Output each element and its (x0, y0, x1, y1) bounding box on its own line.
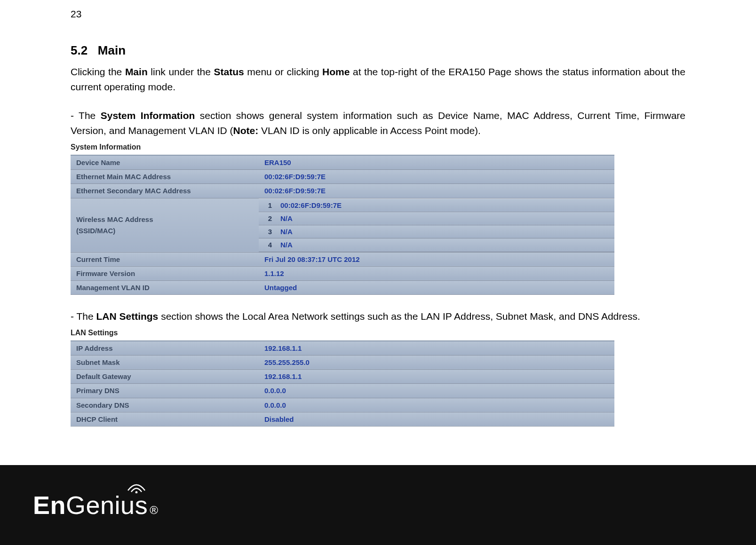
table-row: Secondary DNS 0.0.0.0 (71, 398, 614, 412)
row-label: DHCP Client (71, 412, 259, 426)
table-row: IP Address 192.168.1.1 (71, 341, 614, 355)
text-fragment: section shows the Local Area Network set… (158, 311, 640, 322)
document-content: 23 5.2 Main Clicking the Main link under… (0, 0, 756, 427)
row-value: 1.1.12 (259, 266, 614, 280)
row-value: 255.255.255.0 (259, 355, 614, 369)
row-label: Default Gateway (71, 370, 259, 384)
lan-settings-table: IP Address 192.168.1.1 Subnet Mask 255.2… (71, 340, 614, 427)
section-title-text: Main (98, 43, 126, 57)
ssid-index: 1 (259, 198, 278, 212)
table-row: Management VLAN ID Untagged (71, 281, 614, 295)
ssid-index: 2 (259, 212, 278, 225)
brand-text: EnGenius (33, 490, 148, 520)
text-fragment: Clicking the (71, 66, 125, 77)
page-number: 23 (71, 7, 685, 22)
text-fragment: menu or clicking (244, 66, 322, 77)
list-item: 1 00:02:6F:D9:59:7E (259, 198, 614, 212)
row-label: Device Name (71, 155, 259, 170)
row-value: Disabled (259, 412, 614, 426)
document-page: 23 5.2 Main Clicking the Main link under… (0, 0, 756, 545)
emphasis-main: Main (125, 66, 148, 77)
row-value: 192.168.1.1 (259, 341, 614, 355)
text-fragment: VLAN ID is only applicable in Access Poi… (258, 125, 481, 136)
table-row: Ethernet Secondary MAC Address 00:02:6F:… (71, 184, 614, 198)
ssid-index: 3 (259, 225, 278, 238)
table-row: Wireless MAC Address (SSID/MAC) 1 00:02:… (71, 198, 614, 252)
row-value: 00:02:6F:D9:59:7E (259, 184, 614, 198)
list-item: 4 N/A (259, 238, 614, 252)
ssid-index: 4 (259, 238, 278, 252)
system-info-paragraph: - The System Information section shows g… (71, 108, 685, 139)
row-label: Current Time (71, 252, 259, 266)
list-item: 2 N/A (259, 212, 614, 225)
row-value: Untagged (259, 281, 614, 295)
row-value: Fri Jul 20 08:37:17 UTC 2012 (259, 252, 614, 266)
row-label: Ethernet Secondary MAC Address (71, 184, 259, 198)
registered-mark: ® (150, 504, 158, 517)
emphasis-system-information: System Information (101, 110, 195, 121)
row-label: Primary DNS (71, 384, 259, 398)
page-footer: EnGenius ® (0, 465, 756, 545)
row-value: ERA150 (259, 155, 614, 170)
text-fragment: (SSID/MAC) (76, 227, 115, 235)
row-label: Secondary DNS (71, 398, 259, 412)
row-label: Ethernet Main MAC Address (71, 170, 259, 184)
table-row: Current Time Fri Jul 20 08:37:17 UTC 201… (71, 252, 614, 266)
table-row: Device Name ERA150 (71, 155, 614, 170)
text-fragment: Wireless MAC Address (76, 215, 153, 223)
lan-settings-caption: LAN Settings (71, 327, 685, 339)
list-item: 3 N/A (259, 225, 614, 238)
row-label: IP Address (71, 341, 259, 355)
emphasis-note: Note: (233, 125, 259, 136)
row-label: Subnet Mask (71, 355, 259, 369)
row-value: 192.168.1.1 (259, 370, 614, 384)
brand-logo: EnGenius ® (33, 490, 158, 520)
table-row: Default Gateway 192.168.1.1 (71, 370, 614, 384)
ssid-mac: 00:02:6F:D9:59:7E (278, 198, 614, 212)
row-value: 1 00:02:6F:D9:59:7E 2 N/A 3 N/A 4 (259, 198, 614, 252)
table-row: Firmware Version 1.1.12 (71, 266, 614, 280)
system-info-table: Device Name ERA150 Ethernet Main MAC Add… (71, 155, 614, 295)
table-row: Primary DNS 0.0.0.0 (71, 384, 614, 398)
row-label: Firmware Version (71, 266, 259, 280)
system-info-caption: System Information (71, 142, 685, 153)
row-value: 00:02:6F:D9:59:7E (259, 170, 614, 184)
emphasis-status: Status (214, 66, 244, 77)
text-fragment: - The (71, 110, 101, 121)
ssid-mac: N/A (278, 225, 614, 238)
emphasis-home: Home (322, 66, 350, 77)
ssid-mac: N/A (278, 238, 614, 252)
row-label: Wireless MAC Address (SSID/MAC) (71, 198, 259, 252)
ssid-mac: N/A (278, 212, 614, 225)
emphasis-lan-settings: LAN Settings (96, 311, 158, 322)
row-value: 0.0.0.0 (259, 384, 614, 398)
table-row: DHCP Client Disabled (71, 412, 614, 426)
row-value: 0.0.0.0 (259, 398, 614, 412)
wireless-mac-list: 1 00:02:6F:D9:59:7E 2 N/A 3 N/A 4 (259, 198, 614, 252)
text-fragment: - The (71, 311, 96, 322)
table-row: Ethernet Main MAC Address 00:02:6F:D9:59… (71, 170, 614, 184)
intro-paragraph: Clicking the Main link under the Status … (71, 64, 685, 95)
lan-settings-paragraph: - The LAN Settings section shows the Loc… (71, 309, 685, 324)
text-fragment: link under the (148, 66, 214, 77)
table-row: Subnet Mask 255.255.255.0 (71, 355, 614, 369)
section-number: 5.2 (71, 43, 88, 57)
row-label: Management VLAN ID (71, 281, 259, 295)
section-heading: 5.2 Main (71, 41, 685, 60)
